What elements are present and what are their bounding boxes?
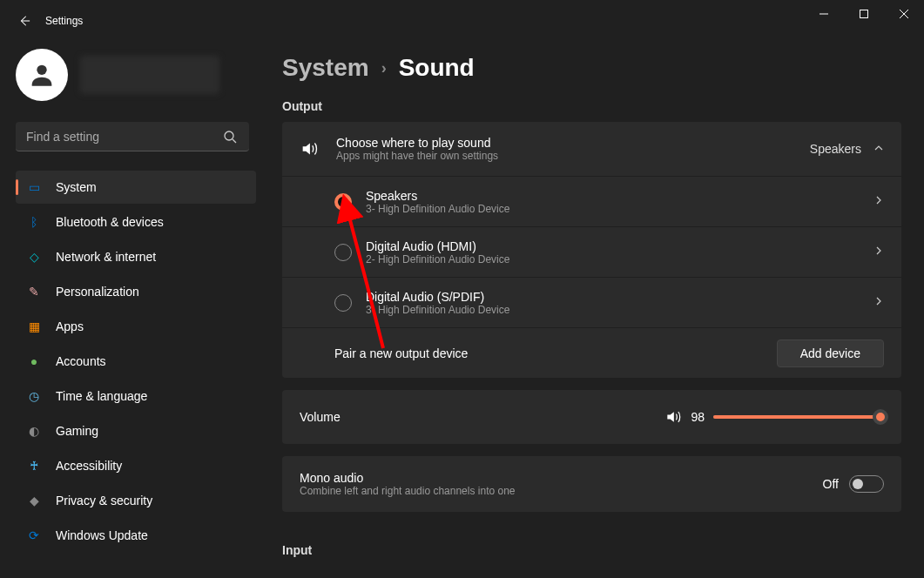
avatar bbox=[16, 49, 68, 101]
nav-label: Network & internet bbox=[56, 250, 156, 264]
nav-label: Time & language bbox=[56, 389, 147, 403]
svg-point-2 bbox=[225, 131, 233, 140]
output-card: Choose where to play sound Apps might ha… bbox=[282, 122, 901, 378]
output-device-row[interactable]: Speakers3- High Definition Audio Device bbox=[282, 176, 901, 226]
device-subtitle: 3- High Definition Audio Device bbox=[366, 203, 873, 215]
device-name: Digital Audio (HDMI) bbox=[366, 239, 873, 253]
maximize-button[interactable] bbox=[844, 0, 884, 28]
chevron-right-icon bbox=[873, 296, 884, 309]
svg-point-1 bbox=[37, 65, 46, 75]
breadcrumb-current: Sound bbox=[399, 54, 475, 82]
output-section-label: Output bbox=[282, 99, 901, 113]
sidebar-item-personalization[interactable]: ✎Personalization bbox=[16, 275, 256, 308]
sidebar-item-accessibility[interactable]: ♰Accessibility bbox=[16, 449, 256, 482]
back-button[interactable] bbox=[17, 14, 31, 28]
chevron-right-icon bbox=[873, 245, 884, 259]
nav-label: Bluetooth & devices bbox=[56, 215, 164, 229]
output-header-title: Choose where to play sound bbox=[336, 136, 810, 150]
add-device-button[interactable]: Add device bbox=[777, 339, 884, 367]
chevron-right-icon: › bbox=[381, 59, 387, 77]
sidebar-item-time-language[interactable]: ◷Time & language bbox=[16, 380, 256, 413]
nav-icon: ᛒ bbox=[26, 214, 42, 230]
sidebar-item-network-internet[interactable]: ◇Network & internet bbox=[16, 240, 256, 273]
volume-card: Volume 98 bbox=[282, 390, 901, 444]
speaker-icon bbox=[300, 139, 319, 158]
output-header[interactable]: Choose where to play sound Apps might ha… bbox=[282, 122, 901, 176]
output-device-row[interactable]: Digital Audio (HDMI)2- High Definition A… bbox=[282, 226, 901, 277]
nav-label: Accessibility bbox=[56, 459, 122, 473]
device-subtitle: 3- High Definition Audio Device bbox=[366, 304, 873, 316]
volume-icon[interactable] bbox=[664, 408, 682, 426]
volume-slider[interactable] bbox=[713, 415, 884, 419]
nav-label: Apps bbox=[56, 319, 84, 333]
sidebar-item-system[interactable]: ▭System bbox=[16, 171, 256, 204]
nav-icon: ◆ bbox=[26, 493, 42, 508]
sidebar-item-windows-update[interactable]: ⟳Windows Update bbox=[16, 519, 256, 552]
window-title: Settings bbox=[45, 15, 83, 27]
output-header-subtitle: Apps might have their own settings bbox=[336, 150, 810, 162]
device-radio[interactable] bbox=[334, 193, 352, 211]
pair-device-label: Pair a new output device bbox=[334, 346, 777, 360]
output-selected-device: Speakers bbox=[810, 142, 861, 156]
device-radio[interactable] bbox=[334, 244, 352, 261]
nav-icon: ♰ bbox=[26, 458, 42, 474]
chevron-up-icon bbox=[873, 143, 884, 156]
search-icon bbox=[223, 130, 237, 144]
svg-rect-0 bbox=[860, 10, 868, 18]
mono-audio-card: Mono audio Combine left and right audio … bbox=[282, 456, 901, 512]
user-profile[interactable] bbox=[16, 49, 256, 101]
device-name: Speakers bbox=[366, 189, 873, 203]
device-radio[interactable] bbox=[334, 294, 352, 312]
breadcrumb: System › Sound bbox=[282, 54, 901, 82]
chevron-right-icon bbox=[873, 195, 884, 208]
sidebar-item-privacy-security[interactable]: ◆Privacy & security bbox=[16, 484, 256, 517]
minimize-button[interactable] bbox=[804, 0, 844, 28]
mono-toggle-state: Off bbox=[823, 477, 839, 491]
device-name: Digital Audio (S/PDIF) bbox=[366, 290, 873, 304]
mono-audio-subtitle: Combine left and right audio channels in… bbox=[300, 485, 823, 497]
search-input[interactable] bbox=[16, 122, 249, 151]
nav-icon: ◇ bbox=[26, 249, 42, 265]
nav-icon: ◷ bbox=[26, 388, 42, 404]
nav-label: Accounts bbox=[56, 354, 106, 368]
output-device-row[interactable]: Digital Audio (S/PDIF)3- High Definition… bbox=[282, 277, 901, 327]
nav-label: Windows Update bbox=[56, 528, 148, 542]
nav-label: Privacy & security bbox=[56, 494, 152, 507]
profile-name-redacted bbox=[80, 56, 219, 94]
nav-icon: ◐ bbox=[26, 423, 42, 439]
mono-toggle[interactable] bbox=[849, 475, 884, 493]
sidebar-item-gaming[interactable]: ◐Gaming bbox=[16, 414, 256, 447]
sidebar-item-apps[interactable]: ▦Apps bbox=[16, 310, 256, 343]
sidebar-item-accounts[interactable]: ●Accounts bbox=[16, 345, 256, 378]
nav-label: System bbox=[56, 180, 97, 194]
device-subtitle: 2- High Definition Audio Device bbox=[366, 253, 873, 265]
nav-label: Gaming bbox=[56, 424, 98, 438]
close-button[interactable] bbox=[884, 0, 924, 28]
mono-audio-title: Mono audio bbox=[300, 471, 823, 485]
nav-icon: ⟳ bbox=[26, 528, 42, 543]
nav-icon: ▭ bbox=[26, 179, 42, 195]
nav-icon: ✎ bbox=[26, 284, 42, 299]
sidebar-item-bluetooth-devices[interactable]: ᛒBluetooth & devices bbox=[16, 205, 256, 239]
volume-value: 98 bbox=[691, 410, 705, 424]
nav-icon: ▦ bbox=[26, 319, 42, 334]
input-section-label: Input bbox=[282, 543, 901, 557]
breadcrumb-parent[interactable]: System bbox=[282, 54, 369, 82]
nav-label: Personalization bbox=[56, 285, 139, 299]
nav-icon: ● bbox=[26, 353, 42, 369]
volume-label: Volume bbox=[300, 410, 341, 424]
